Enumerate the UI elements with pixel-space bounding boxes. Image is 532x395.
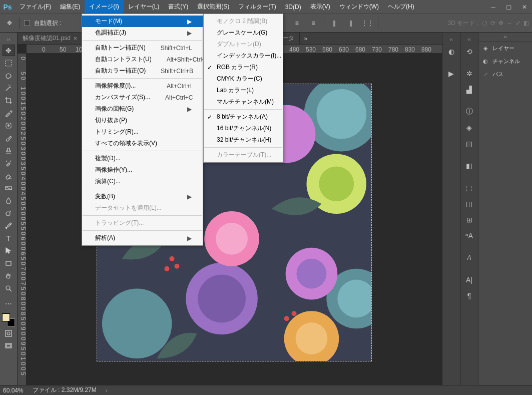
- menu-item[interactable]: 自動カラー補正(O)Shift+Ctrl+B: [82, 65, 203, 77]
- minimize-button[interactable]: ─: [485, 0, 501, 14]
- adjustments-panel-icon[interactable]: ◧: [463, 159, 476, 172]
- menu-window[interactable]: ウィンドウ(W): [335, 0, 383, 14]
- menu-item[interactable]: 変数(B)▶: [82, 191, 203, 202]
- menu-view[interactable]: 表示(V): [306, 0, 335, 14]
- zoom-level[interactable]: 60.04%: [3, 387, 24, 394]
- styles-panel-icon[interactable]: ◫: [463, 197, 476, 210]
- menu-item[interactable]: マルチチャンネル(M): [204, 96, 283, 108]
- panel-collapse[interactable]: ‹‹: [442, 35, 460, 44]
- distribute-icon[interactable]: ‖: [328, 17, 341, 30]
- zoom-icon[interactable]: ⤢: [515, 20, 520, 27]
- scale-icon[interactable]: ◧: [523, 20, 529, 27]
- menu-item[interactable]: 画像解像度(I)...Alt+Ctrl+I: [82, 80, 203, 92]
- swatches-panel-icon[interactable]: ⊞: [463, 213, 476, 226]
- distribute-icon[interactable]: ⋮⋮: [361, 17, 374, 30]
- menu-filter[interactable]: フィルター(T): [234, 0, 280, 14]
- menu-image[interactable]: イメージ(I): [85, 0, 123, 14]
- menu-3d[interactable]: 3D(D): [281, 0, 306, 14]
- blur-tool[interactable]: [3, 195, 15, 206]
- menu-item[interactable]: インデックスカラー(I)...: [204, 50, 283, 62]
- doc-tab[interactable]: 解像度確認01.psd×: [18, 33, 83, 44]
- menu-item[interactable]: ✓8 bit/チャンネル(A): [204, 111, 283, 123]
- close-icon[interactable]: ×: [74, 35, 77, 42]
- menu-item[interactable]: Lab カラー(L): [204, 85, 283, 96]
- move-tool-icon[interactable]: ✥: [3, 17, 16, 30]
- paragraph-panel-icon[interactable]: A|: [463, 273, 476, 286]
- menu-item[interactable]: 色調補正(J)▶: [82, 27, 203, 39]
- menu-edit[interactable]: 編集(E): [56, 0, 85, 14]
- color-swatches[interactable]: [2, 313, 15, 326]
- menu-layer[interactable]: レイヤー(L): [124, 0, 164, 14]
- rectangle-tool[interactable]: [3, 257, 15, 269]
- foreground-color[interactable]: [2, 313, 10, 321]
- menu-item[interactable]: 演算(C)...: [82, 176, 203, 187]
- autoselect-checkbox[interactable]: [24, 20, 30, 26]
- info-panel-icon[interactable]: ⓘ: [463, 105, 476, 118]
- menu-item[interactable]: 画像の回転(G)▶: [82, 103, 203, 115]
- marquee-tool[interactable]: [3, 57, 15, 69]
- ruler-vertical[interactable]: 05 01 0 01 5 02 0 02 5 03 0 03 5 04 0 04…: [18, 54, 27, 385]
- actions-panel-icon[interactable]: ✲: [463, 67, 476, 80]
- glyph-panel-icon[interactable]: A: [463, 251, 476, 264]
- zoom-tool[interactable]: [3, 282, 15, 294]
- menu-item[interactable]: CMYK カラー(C): [204, 73, 283, 85]
- healing-tool[interactable]: [3, 120, 15, 131]
- channels-panel-button[interactable]: ◐ チャンネル: [478, 55, 532, 68]
- screenmode-toggle[interactable]: [3, 340, 15, 351]
- menu-item[interactable]: 32 bit/チャンネル(H): [204, 134, 283, 146]
- more-tools[interactable]: ⋯: [3, 298, 15, 309]
- paths-panel-button[interactable]: ⟋ パス: [478, 68, 532, 81]
- path-select-tool[interactable]: [3, 245, 15, 256]
- properties-panel-icon[interactable]: ◈: [463, 121, 476, 134]
- menu-item[interactable]: 自動コントラスト(U)Alt+Shift+Ctrl+L: [82, 54, 203, 65]
- crop-tool[interactable]: [3, 95, 15, 106]
- eraser-tool[interactable]: [3, 170, 15, 181]
- hand-tool[interactable]: [3, 270, 15, 281]
- brush-tool[interactable]: [3, 132, 15, 144]
- paragraph-styles-icon[interactable]: ¶: [463, 289, 476, 302]
- menu-item[interactable]: カンバスサイズ(S)...Alt+Ctrl+C: [82, 92, 203, 103]
- quickmask-toggle[interactable]: [3, 327, 15, 339]
- pen-tool[interactable]: [3, 220, 15, 231]
- menu-item[interactable]: 複製(D)...: [82, 153, 203, 164]
- pan-icon[interactable]: ✥: [498, 20, 503, 27]
- menu-select[interactable]: 選択範囲(S): [193, 0, 234, 14]
- tabs-overflow[interactable]: »: [300, 33, 311, 44]
- layers-panel-button[interactable]: ◈ レイヤー: [478, 42, 532, 55]
- character-panel-icon[interactable]: ᵒA: [463, 229, 476, 242]
- history-panel-icon[interactable]: ⟲: [463, 45, 476, 58]
- align-center-icon[interactable]: ≡: [291, 17, 303, 30]
- menu-item[interactable]: 画像操作(Y)...: [82, 164, 203, 176]
- file-size[interactable]: ファイル : 2.32M/9.27M: [33, 386, 97, 394]
- 3d-panel-icon[interactable]: ⬚: [463, 181, 476, 194]
- distribute-icon[interactable]: ‖: [345, 17, 357, 30]
- menu-file[interactable]: ファイル(F): [15, 0, 56, 14]
- libraries-panel-icon[interactable]: ▶: [445, 67, 458, 80]
- stamp-tool[interactable]: [3, 145, 15, 156]
- brushes-panel-icon[interactable]: ▟: [463, 83, 476, 96]
- panel-collapse[interactable]: ››: [478, 33, 532, 42]
- roll-icon[interactable]: ⟳: [490, 20, 495, 27]
- align-right-icon[interactable]: ≡: [307, 17, 320, 30]
- menu-item[interactable]: モード(M)▶: [82, 16, 203, 27]
- slide-icon[interactable]: ↔: [506, 20, 512, 27]
- dodge-tool[interactable]: [3, 207, 15, 219]
- eyedropper-tool[interactable]: [3, 107, 15, 119]
- close-button[interactable]: ✕: [516, 0, 532, 14]
- toolbox-collapse[interactable]: ››: [0, 35, 17, 44]
- orbit-icon[interactable]: ⭯: [481, 20, 487, 27]
- menu-item[interactable]: ✓RGB カラー(R): [204, 62, 283, 73]
- menu-item[interactable]: 16 bit/チャンネル(N): [204, 123, 283, 134]
- menu-type[interactable]: 書式(Y): [164, 0, 193, 14]
- menu-item[interactable]: 切り抜き(P): [82, 115, 203, 126]
- navigator-panel-icon[interactable]: ▤: [463, 137, 476, 150]
- gradient-tool[interactable]: [3, 182, 15, 194]
- move-tool[interactable]: ✥: [3, 45, 15, 56]
- menu-help[interactable]: ヘルプ(H): [383, 0, 419, 14]
- wand-tool[interactable]: [3, 82, 15, 94]
- menu-item[interactable]: すべての領域を表示(V): [82, 138, 203, 149]
- menu-item[interactable]: 自動トーン補正(N)Shift+Ctrl+L: [82, 42, 203, 54]
- status-more-icon[interactable]: ›: [106, 387, 108, 394]
- type-tool[interactable]: T: [3, 232, 15, 244]
- lasso-tool[interactable]: [3, 70, 15, 81]
